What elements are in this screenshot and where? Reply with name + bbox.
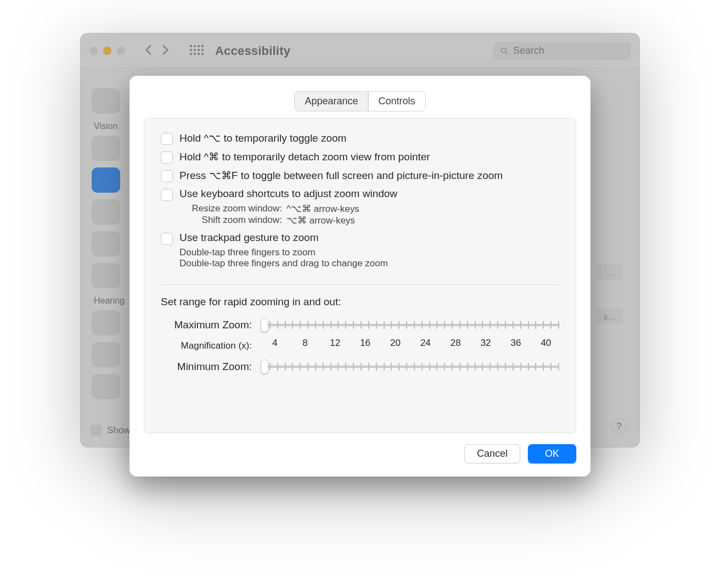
bg-button-1[interactable]: …: [597, 264, 623, 281]
sidebar-item-rtt[interactable]: [92, 342, 120, 367]
sidebar-item-descriptions[interactable]: [92, 263, 120, 288]
window-title: Accessibility: [215, 44, 290, 58]
checkbox-hold-ctrl-opt[interactable]: [161, 133, 173, 145]
kb-shift-label: Shift zoom window:: [179, 215, 286, 226]
controls-panel: Hold ^⌥ to temporarily toggle zoom Hold …: [144, 118, 576, 433]
close-window-icon[interactable]: [89, 47, 98, 55]
tab-controls[interactable]: Controls: [368, 92, 425, 111]
show-in-menubar-label: Show: [107, 425, 131, 436]
min-zoom-thumb[interactable]: [261, 360, 268, 374]
sheet-footer: Cancel OK: [144, 433, 576, 463]
forward-button[interactable]: [158, 43, 172, 59]
kb-resize-keys: ^⌥⌘ arrow-keys: [286, 203, 359, 215]
min-zoom-row: Minimum Zoom:: [161, 360, 559, 374]
magnification-label: Magnification (x):: [161, 340, 254, 351]
kb-shift-keys: ⌥⌘ arrow-keys: [286, 215, 355, 226]
max-zoom-row: Maximum Zoom:: [161, 318, 559, 332]
window-controls[interactable]: [89, 47, 125, 55]
option-trackpad: Use trackpad gesture to zoom Double-tap …: [161, 232, 559, 269]
search-input[interactable]: [513, 45, 624, 57]
search-icon: [500, 46, 509, 56]
tab-bar: Appearance Controls: [294, 91, 425, 111]
trackpad-sub2: Double-tap three fingers and drag to cha…: [179, 258, 559, 269]
kb-resize-label: Resize zoom window:: [179, 203, 286, 215]
checkbox-kb-shortcuts[interactable]: [161, 189, 173, 201]
chevron-left-icon: [142, 43, 156, 57]
sidebar-item-display[interactable]: [92, 199, 120, 225]
ok-button[interactable]: OK: [528, 444, 576, 463]
bg-right-buttons: … s…: [597, 264, 623, 324]
back-button[interactable]: [142, 43, 156, 59]
sidebar: Vision Hearing: [92, 88, 136, 406]
sidebar-item-audio[interactable]: [92, 310, 120, 335]
label-hold-ctrl-opt: Hold ^⌥ to temporarily toggle zoom: [179, 132, 346, 144]
divider: [161, 284, 559, 285]
sidebar-item-voiceover[interactable]: [92, 136, 120, 161]
sidebar-item-overview[interactable]: [92, 88, 120, 114]
chevron-right-icon: [158, 43, 172, 57]
search-field[interactable]: [493, 42, 631, 60]
label-press-opt-cmd-f: Press ⌥⌘F to toggle between full screen …: [179, 170, 503, 181]
label-hold-ctrl-cmd: Hold ^⌘ to temporarily detach zoom view …: [179, 151, 430, 163]
sidebar-item-captions[interactable]: [92, 374, 120, 399]
magnification-row: Magnification (x): 481216202428323640: [161, 335, 559, 356]
show-all-icon[interactable]: [190, 45, 202, 57]
magnification-scale: 481216202428323640: [267, 335, 554, 356]
label-trackpad: Use trackpad gesture to zoom: [179, 232, 318, 243]
checkbox-press-opt-cmd-f[interactable]: [161, 170, 173, 182]
zoom-options-sheet: Appearance Controls Hold ^⌥ to temporari…: [130, 76, 590, 477]
sidebar-item-zoom[interactable]: [92, 167, 120, 193]
checkbox-icon[interactable]: [91, 425, 102, 436]
svg-point-0: [501, 48, 506, 53]
min-zoom-slider[interactable]: [262, 360, 559, 374]
option-hold-ctrl-cmd: Hold ^⌘ to temporarily detach zoom view …: [161, 150, 559, 164]
minimize-window-icon[interactable]: [103, 47, 111, 55]
tab-appearance[interactable]: Appearance: [295, 92, 368, 111]
svg-line-1: [505, 52, 507, 54]
max-zoom-thumb[interactable]: [261, 318, 268, 332]
help-button[interactable]: ?: [611, 418, 627, 435]
help-icon: ?: [616, 421, 621, 432]
checkbox-hold-ctrl-cmd[interactable]: [161, 152, 173, 164]
trackpad-sub1: Double-tap three fingers to zoom: [179, 247, 559, 258]
cancel-button[interactable]: Cancel: [464, 444, 520, 463]
option-press-opt-cmd-f: Press ⌥⌘F to toggle between full screen …: [161, 169, 559, 182]
bg-button-2[interactable]: s…: [597, 308, 623, 324]
option-kb-shortcuts: Use keyboard shortcuts to adjust zoom wi…: [161, 188, 559, 226]
max-zoom-slider[interactable]: [262, 318, 559, 332]
show-in-menubar[interactable]: Show: [91, 425, 131, 436]
zoom-range-title: Set range for rapid zooming in and out:: [161, 296, 559, 308]
label-kb-shortcuts: Use keyboard shortcuts to adjust zoom wi…: [179, 188, 397, 199]
sidebar-item-speech[interactable]: [92, 231, 120, 256]
zoom-window-icon[interactable]: [117, 47, 125, 55]
option-hold-ctrl-opt: Hold ^⌥ to temporarily toggle zoom: [161, 132, 559, 145]
min-zoom-label: Minimum Zoom:: [161, 361, 254, 373]
checkbox-trackpad[interactable]: [161, 233, 173, 245]
max-zoom-label: Maximum Zoom:: [161, 319, 254, 331]
titlebar: Accessibility: [81, 33, 639, 69]
